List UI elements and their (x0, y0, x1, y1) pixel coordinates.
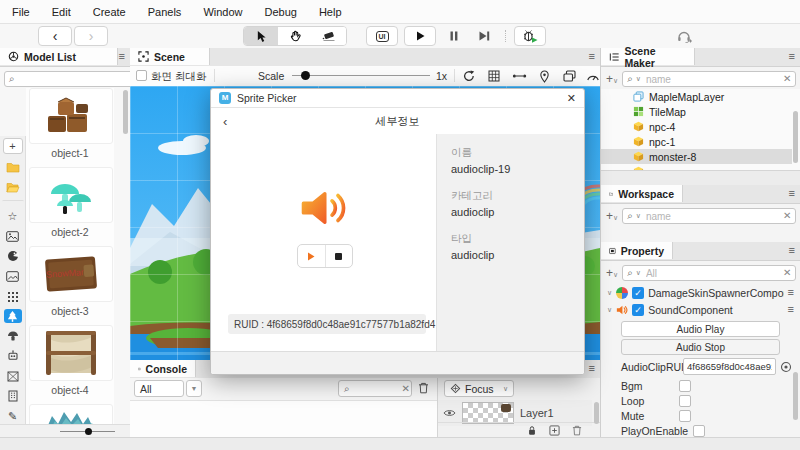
close-icon[interactable]: ✕ (567, 92, 576, 105)
tree-item-npc-4[interactable]: npc-4 (601, 119, 792, 134)
audioclip-ruid-input[interactable] (683, 358, 776, 375)
preview-play-button[interactable] (298, 245, 326, 267)
clear-icon[interactable]: ✕ (402, 384, 410, 394)
console-menu-icon[interactable]: ≡ (589, 363, 595, 374)
menu-edit[interactable]: Edit (52, 6, 71, 18)
tree-item-monster-8[interactable]: monster-8 (601, 149, 792, 164)
tree-item-maplemaplayer[interactable]: MapleMapLayer (601, 89, 792, 104)
image-frame-icon[interactable] (4, 269, 22, 283)
ui-editor-button[interactable]: UI (366, 26, 398, 46)
chevron-down-icon[interactable]: ∨ (607, 289, 612, 297)
back-button[interactable]: ‹ (38, 26, 72, 46)
console-log-area[interactable] (130, 400, 437, 438)
console-search-box[interactable]: ⌕ ✕ (338, 380, 412, 397)
preview-stop-button[interactable] (326, 245, 353, 267)
maximize-checkbox[interactable] (136, 70, 147, 81)
list-item[interactable]: object-2 (29, 167, 111, 246)
mushroom-icon[interactable] (4, 329, 22, 343)
component-enabled-checkbox[interactable]: ✓ (632, 287, 644, 299)
menu-window[interactable]: Window (203, 6, 242, 18)
add-layer-icon[interactable] (549, 425, 560, 436)
multiplayer-button[interactable] (668, 26, 700, 46)
measure-button[interactable] (508, 68, 530, 84)
select-tool-button[interactable] (244, 27, 278, 45)
model-list-menu-icon[interactable]: ≡ (119, 51, 125, 62)
model-list-scrollbar[interactable] (123, 90, 128, 134)
menu-help[interactable]: Help (319, 6, 342, 18)
lock-icon[interactable] (527, 425, 537, 436)
pause-button[interactable] (440, 26, 468, 46)
clear-console-button[interactable] (418, 382, 429, 394)
tree-item-npc-1[interactable]: npc-1 (601, 134, 792, 149)
component-row-damageskin[interactable]: ∨ ✓ DamageSkinSpawnerCompon... ≡ (601, 285, 800, 300)
model-list-tab[interactable]: Model List (0, 48, 118, 65)
chevron-down-icon[interactable]: ∨ (607, 306, 612, 314)
cascade-windows-button[interactable] (558, 68, 580, 84)
target-picker-icon[interactable] (780, 361, 792, 373)
banner-icon[interactable] (4, 369, 22, 383)
add-icon[interactable]: + (3, 138, 23, 154)
building-icon[interactable] (4, 389, 22, 403)
grid-dots-icon[interactable] (4, 289, 22, 303)
property-tab[interactable]: Property (601, 242, 673, 259)
property-search-input[interactable] (644, 267, 780, 280)
audio-stop-button[interactable]: Audio Stop (621, 339, 780, 355)
console-tab[interactable]: Console (130, 360, 196, 377)
list-item-partial[interactable] (29, 404, 111, 425)
component-row-sound[interactable]: ∨ ✓ SoundComponent ≡ (601, 302, 800, 317)
component-menu-icon[interactable]: ≡ (788, 287, 794, 298)
list-item[interactable]: object-4 (29, 325, 111, 404)
step-button[interactable] (470, 26, 498, 46)
property-menu-icon[interactable]: ≡ (789, 245, 795, 256)
scene-maker-menu-icon[interactable]: ≡ (789, 51, 795, 62)
component-menu-icon[interactable]: ≡ (788, 304, 794, 315)
menu-panels[interactable]: Panels (148, 6, 182, 18)
scale-slider-thumb[interactable] (301, 71, 310, 80)
menu-create[interactable]: Create (93, 6, 126, 18)
eye-icon[interactable] (443, 409, 456, 417)
loop-checkbox[interactable] (679, 395, 691, 407)
bgm-checkbox[interactable] (679, 380, 691, 392)
workspace-tab[interactable]: Workspace (601, 185, 683, 202)
property-scrollbar[interactable] (793, 372, 798, 420)
erase-tool-button[interactable] (312, 27, 346, 45)
menu-debug[interactable]: Debug (265, 6, 297, 18)
scale-slider[interactable] (292, 75, 430, 76)
add-workspace-button[interactable]: +∨ (606, 209, 618, 223)
play-on-enable-checkbox[interactable] (693, 425, 705, 437)
audio-play-button[interactable]: Audio Play (621, 321, 780, 337)
dialog-titlebar[interactable]: M Sprite Picker ✕ (211, 89, 584, 108)
log-filter-dropdown[interactable]: All (134, 380, 184, 397)
workspace-menu-icon[interactable]: ≡ (789, 188, 795, 199)
forward-button[interactable]: › (74, 26, 108, 46)
property-search-box[interactable]: ⌕∨ ✕ (622, 265, 796, 281)
folder-closed-icon[interactable] (4, 160, 22, 174)
image-icon[interactable] (4, 229, 22, 243)
debug-play-button[interactable] (514, 26, 546, 46)
list-item[interactable]: SnowMan object-3 (29, 246, 111, 325)
mute-checkbox[interactable] (679, 410, 691, 422)
thumbnail-size-slider-thumb[interactable] (85, 428, 92, 435)
workspace-search-input[interactable] (644, 210, 780, 223)
tree-item-tilemap[interactable]: TileMap (601, 104, 792, 119)
layers-scrollbar[interactable] (594, 402, 599, 424)
add-node-button[interactable]: +∨ (606, 72, 618, 86)
location-pin-button[interactable] (533, 68, 555, 84)
play-button[interactable] (404, 26, 436, 46)
list-item[interactable]: object-1 (29, 88, 111, 167)
globe-icon[interactable] (4, 249, 22, 263)
add-component-button[interactable]: +∨ (606, 266, 618, 280)
clear-icon[interactable]: ✕ (783, 211, 791, 221)
scene-maker-tab[interactable]: Scene Maker (601, 48, 695, 65)
clear-icon[interactable]: ✕ (783, 268, 791, 278)
brush-icon[interactable]: ✎ (4, 409, 22, 423)
reset-view-button[interactable] (458, 68, 480, 84)
environment-tree-icon[interactable] (4, 309, 22, 323)
workspace-search-box[interactable]: ⌕∨ ✕ (622, 208, 796, 224)
folder-open-icon[interactable] (4, 180, 22, 194)
pan-tool-button[interactable] (278, 27, 312, 45)
delete-layer-icon[interactable] (572, 425, 582, 436)
clear-icon[interactable]: ✕ (783, 74, 791, 84)
scene-menu-icon[interactable]: ≡ (589, 51, 595, 62)
scene-maker-search-input[interactable] (644, 73, 780, 86)
